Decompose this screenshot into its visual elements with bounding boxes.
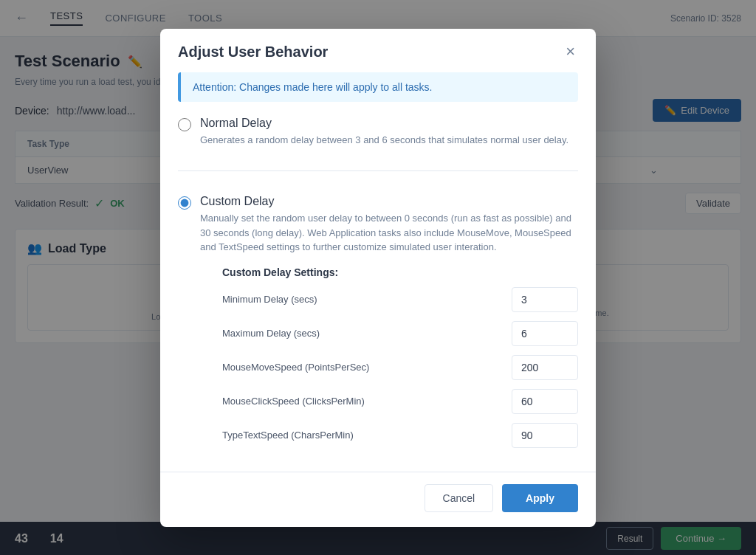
mouse-move-speed-label: MouseMoveSpeed (PointsPerSec) bbox=[222, 362, 503, 373]
mouse-click-speed-input[interactable] bbox=[512, 389, 578, 414]
max-delay-label: Maximum Delay (secs) bbox=[222, 328, 503, 339]
divider-1 bbox=[178, 170, 578, 171]
min-delay-field: Minimum Delay (secs) bbox=[222, 287, 578, 312]
custom-delay-desc: Manually set the random user delay to be… bbox=[200, 211, 578, 255]
normal-delay-label: Normal Delay bbox=[200, 117, 578, 130]
type-text-speed-label: TypeTextSpeed (CharsPerMin) bbox=[222, 430, 503, 441]
normal-delay-desc: Generates a random delay between 3 and 6… bbox=[200, 133, 578, 148]
custom-delay-radio[interactable] bbox=[178, 196, 191, 210]
mouse-click-speed-field: MouseClickSpeed (ClicksPerMin) bbox=[222, 389, 578, 414]
attention-banner: Attention: Changes made here will apply … bbox=[178, 72, 578, 102]
custom-delay-label: Custom Delay bbox=[200, 195, 578, 208]
min-delay-input[interactable] bbox=[512, 287, 578, 312]
type-text-speed-input[interactable] bbox=[512, 423, 578, 448]
modal-header: Adjust User Behavior × bbox=[160, 29, 596, 72]
max-delay-input[interactable] bbox=[512, 321, 578, 346]
type-text-speed-field: TypeTextSpeed (CharsPerMin) bbox=[222, 423, 578, 448]
adjust-user-behavior-modal: Adjust User Behavior × Attention: Change… bbox=[160, 29, 596, 527]
close-button[interactable]: × bbox=[563, 44, 578, 60]
custom-delay-settings: Custom Delay Settings: Minimum Delay (se… bbox=[200, 266, 578, 448]
min-delay-label: Minimum Delay (secs) bbox=[222, 294, 503, 305]
mouse-click-speed-label: MouseClickSpeed (ClicksPerMin) bbox=[222, 396, 503, 407]
mouse-move-speed-input[interactable] bbox=[512, 355, 578, 380]
modal-body: Attention: Changes made here will apply … bbox=[160, 72, 596, 472]
settings-title: Custom Delay Settings: bbox=[222, 266, 578, 278]
modal-overlay: Adjust User Behavior × Attention: Change… bbox=[0, 0, 756, 555]
max-delay-field: Maximum Delay (secs) bbox=[222, 321, 578, 346]
cancel-button[interactable]: Cancel bbox=[425, 484, 494, 512]
custom-delay-content: Custom Delay Manually set the random use… bbox=[200, 195, 578, 457]
normal-delay-content: Normal Delay Generates a random delay be… bbox=[200, 117, 578, 148]
custom-delay-option: Custom Delay Manually set the random use… bbox=[178, 195, 578, 457]
mouse-move-speed-field: MouseMoveSpeed (PointsPerSec) bbox=[222, 355, 578, 380]
radio-group: Normal Delay Generates a random delay be… bbox=[178, 117, 578, 457]
apply-button[interactable]: Apply bbox=[502, 484, 578, 512]
normal-delay-radio[interactable] bbox=[178, 118, 191, 131]
modal-footer: Cancel Apply bbox=[160, 472, 596, 527]
modal-title: Adjust User Behavior bbox=[178, 44, 328, 61]
normal-delay-option: Normal Delay Generates a random delay be… bbox=[178, 117, 578, 148]
